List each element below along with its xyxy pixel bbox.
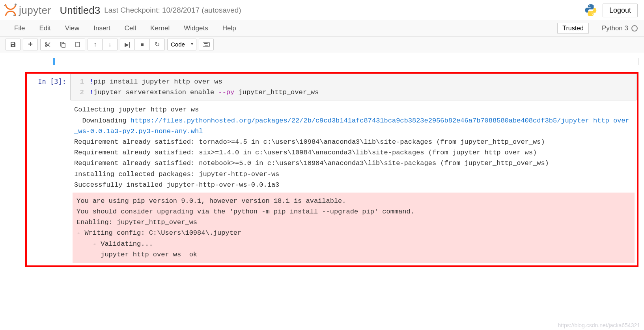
line-number: 2	[75, 87, 84, 98]
copy-button[interactable]	[55, 39, 70, 50]
svg-rect-6	[205, 43, 206, 44]
jupyter-orb-icon	[4, 4, 17, 17]
kernel-status-icon	[631, 25, 638, 32]
arrow-up-icon: ↑	[93, 41, 97, 48]
notebook-header: jupyter Untitled3 Last Checkpoint: 10/28…	[0, 0, 644, 20]
svg-rect-3	[77, 42, 78, 43]
plus-icon: +	[28, 40, 33, 49]
menu-insert[interactable]: Insert	[86, 21, 118, 35]
restart-button[interactable]: ↻	[150, 39, 165, 50]
toolbar: + ↑ ↓ ▶| ■ ↻ Code	[0, 37, 644, 52]
command-palette-button[interactable]	[199, 39, 214, 50]
run-button[interactable]: ▶|	[120, 39, 135, 50]
svg-rect-1	[62, 43, 65, 47]
move-up-button[interactable]: ↑	[88, 39, 103, 50]
cut-button[interactable]	[40, 39, 55, 50]
input-prompt: In [3]:	[27, 74, 70, 85]
menu-view[interactable]: View	[58, 21, 87, 35]
paste-button[interactable]	[70, 39, 85, 50]
menu-file[interactable]: File	[6, 21, 32, 35]
jupyter-logo[interactable]: jupyter	[4, 4, 51, 17]
insert-cell-button[interactable]: +	[23, 39, 38, 50]
menu-help[interactable]: Help	[215, 21, 243, 35]
notebook-title[interactable]: Untitled3	[60, 4, 101, 17]
svg-rect-4	[203, 42, 210, 46]
svg-rect-7	[206, 43, 207, 44]
keyboard-icon	[203, 42, 210, 47]
download-url-link[interactable]: https://files.pythonhosted.org/packages/…	[74, 117, 629, 135]
kernel-name: Python 3	[602, 24, 628, 32]
svg-rect-8	[207, 43, 208, 44]
checkpoint-status: Last Checkpoint: 10/28/2017 (autosaved)	[104, 6, 241, 15]
stop-icon: ■	[140, 41, 144, 48]
interrupt-button[interactable]: ■	[135, 39, 150, 50]
trusted-button[interactable]: Trusted	[557, 23, 589, 34]
line-number: 1	[75, 76, 84, 87]
stdout-output: Collecting jupyter_http_over_ws Download…	[70, 100, 637, 193]
code-input-area[interactable]: 1!pip install jupyter_http_over_ws 2!jup…	[70, 74, 637, 100]
svg-rect-5	[204, 43, 205, 44]
move-down-button[interactable]: ↓	[103, 39, 118, 50]
refresh-icon: ↻	[155, 41, 160, 48]
previous-cell-edge[interactable]	[53, 58, 638, 65]
svg-rect-2	[76, 42, 80, 47]
menu-kernel[interactable]: Kernel	[143, 21, 177, 35]
save-icon	[10, 41, 16, 48]
svg-rect-9	[205, 45, 208, 46]
kernel-indicator[interactable]: Python 3	[596, 24, 638, 32]
menu-edit[interactable]: Edit	[32, 21, 58, 35]
menu-cell[interactable]: Cell	[118, 21, 143, 35]
menu-widgets[interactable]: Widgets	[177, 21, 215, 35]
arrow-down-icon: ↓	[108, 41, 112, 48]
step-forward-icon: ▶|	[125, 41, 131, 48]
notebook-container: In [3]: 1!pip install jupyter_http_over_…	[0, 52, 644, 275]
python-icon	[584, 3, 598, 17]
copy-icon	[60, 41, 66, 48]
jupyter-logo-text: jupyter	[19, 4, 51, 17]
save-button[interactable]	[6, 39, 21, 50]
stderr-output: You are using pip version 9.0.1, however…	[73, 193, 635, 263]
paste-icon	[75, 41, 81, 48]
annotation-highlight-box: In [3]: 1!pip install jupyter_http_over_…	[25, 72, 638, 267]
cell-type-select[interactable]: Code	[167, 39, 196, 50]
menubar: File Edit View Insert Cell Kernel Widget…	[0, 20, 644, 37]
logout-button[interactable]: Logout	[603, 4, 638, 17]
scissors-icon	[45, 41, 51, 48]
code-cell[interactable]: In [3]: 1!pip install jupyter_http_over_…	[27, 74, 637, 265]
